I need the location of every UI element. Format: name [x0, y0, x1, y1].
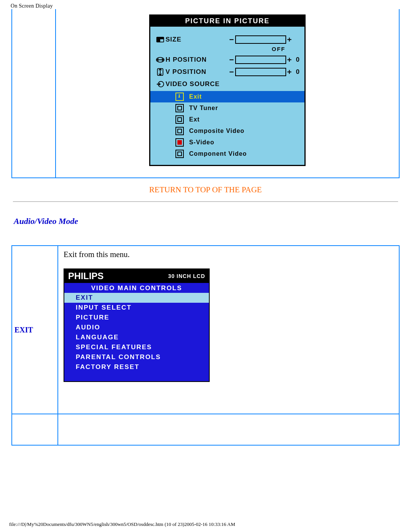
philips-brand-label: PHILIPS	[68, 271, 104, 281]
return-to-top-link[interactable]: RETURN TO TOP OF THE PAGE	[149, 185, 262, 194]
menu-item-language[interactable]: Language	[64, 332, 209, 342]
philips-title: VIDEO MAIN CONTROLS	[64, 283, 209, 293]
menu-item-input-select[interactable]: Input Select	[64, 303, 209, 313]
menu-item-factory-reset[interactable]: Factory Reset	[64, 362, 209, 372]
pip-hpos-tail: 0	[293, 56, 300, 64]
pip-size-label: Size	[166, 36, 182, 43]
increment-icon[interactable]: +	[286, 55, 293, 64]
increment-icon[interactable]: +	[286, 35, 293, 44]
decrement-icon[interactable]: −	[228, 55, 235, 64]
exit-description: Exit from this menu.	[64, 250, 393, 259]
row-content-next	[58, 414, 399, 445]
row-label-next	[12, 414, 58, 445]
philips-model-label: 30 INCH LCD	[168, 273, 205, 279]
table-row-pip: PICTURE IN PICTURE Size − +	[11, 9, 400, 178]
pip-title: PICTURE IN PICTURE	[150, 16, 304, 27]
source-option-ext[interactable]: Ext	[155, 114, 300, 125]
increment-icon[interactable]: +	[286, 67, 293, 77]
svg-rect-1	[160, 39, 163, 42]
pip-vsource-label: Video Source	[166, 80, 220, 88]
pip-icon	[155, 35, 166, 44]
pip-line-hpos: H Position − + 0	[155, 54, 300, 65]
radio-icon	[175, 104, 184, 112]
menu-item-parental-controls[interactable]: Parental Controls	[64, 352, 209, 362]
picture-in-picture-osd: PICTURE IN PICTURE Size − +	[149, 14, 306, 166]
source-option-svideo[interactable]: S-Video	[155, 137, 300, 148]
menu-item-exit[interactable]: Exit	[64, 293, 209, 303]
source-option-composite[interactable]: Composite Video	[155, 125, 300, 137]
video-main-controls-osd: PHILIPS 30 INCH LCD VIDEO MAIN CONTROLS …	[64, 268, 210, 382]
video-source-options: Exit TV Tuner Ext	[155, 91, 300, 160]
menu-item-special-features[interactable]: Special Features	[64, 342, 209, 352]
row-label-exit: EXIT	[12, 246, 58, 414]
radio-icon	[175, 115, 184, 124]
pip-line-vsource: Video Source	[155, 79, 300, 89]
pip-vpos-tail: 0	[293, 68, 300, 76]
row-label-empty	[12, 9, 56, 177]
source-option-exit[interactable]: Exit	[150, 91, 304, 102]
pip-vpos-value	[235, 68, 286, 76]
source-option-tvtuner[interactable]: TV Tuner	[155, 102, 300, 114]
menu-item-picture[interactable]: Picture	[64, 313, 209, 323]
row-content-exit: Exit from this menu. PHILIPS 30 INCH LCD…	[58, 246, 399, 414]
source-option-label: Ext	[189, 116, 200, 123]
pip-hpos-label: H Position	[166, 56, 207, 64]
pip-line-size: Size − +	[155, 34, 300, 45]
source-option-component[interactable]: Component Video	[155, 148, 300, 160]
source-option-label: Exit	[189, 93, 202, 100]
table-row-next	[12, 414, 399, 445]
decrement-icon[interactable]: −	[228, 67, 235, 77]
exit-icon	[175, 93, 184, 101]
radio-icon	[175, 150, 184, 158]
pip-line-vpos: V Position − + 0	[155, 67, 300, 77]
radio-icon-active	[175, 138, 184, 147]
source-option-label: Component Video	[189, 150, 247, 157]
menu-item-audio[interactable]: Audio	[64, 323, 209, 332]
page-footer: file:///D|/My%20Documents/dfu/300WN5/eng…	[9, 521, 235, 527]
v-position-icon	[155, 68, 166, 76]
video-source-icon	[155, 80, 166, 88]
row-content-pip: PICTURE IN PICTURE Size − +	[56, 9, 399, 177]
section-divider	[13, 201, 398, 202]
page-header: On Screen Display	[0, 0, 411, 9]
section-title-av: Audio/Video Mode	[14, 216, 400, 226]
table-row-exit: EXIT Exit from this menu. PHILIPS 30 INC…	[12, 246, 399, 414]
pip-hpos-value	[235, 56, 286, 64]
h-position-icon	[155, 56, 166, 64]
pip-vpos-label: V Position	[166, 68, 206, 76]
radio-icon	[175, 127, 184, 135]
source-option-label: TV Tuner	[189, 105, 218, 112]
pip-size-off-label: OFF	[272, 46, 285, 52]
pip-size-value	[235, 35, 286, 44]
decrement-icon[interactable]: −	[228, 35, 235, 44]
source-option-label: Composite Video	[189, 128, 244, 134]
source-option-label: S-Video	[189, 139, 214, 146]
